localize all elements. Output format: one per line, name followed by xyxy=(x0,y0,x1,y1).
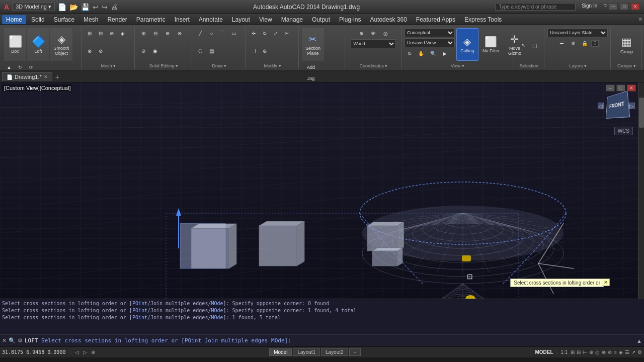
scale-btn[interactable]: ⤢ xyxy=(271,28,281,38)
command-input-field[interactable] xyxy=(293,337,634,344)
hatch-btn[interactable]: ▤ xyxy=(206,46,216,56)
section-jog-button[interactable]: Jog xyxy=(302,73,320,83)
grid-icon[interactable]: ⊞ xyxy=(571,349,575,355)
rotate-btn[interactable]: ↻ xyxy=(260,28,270,38)
layout2-tab[interactable]: Layout2 xyxy=(321,348,348,356)
selection-icon[interactable]: ↗ xyxy=(631,349,635,355)
view-showmotion-btn[interactable]: ▶ xyxy=(440,48,450,58)
mirror-btn[interactable]: ⊣ xyxy=(249,46,259,56)
mesh-btn5[interactable]: ⊗ xyxy=(85,46,95,56)
view-pan-btn[interactable]: ✋ xyxy=(416,48,427,58)
viewport[interactable]: [Custom View][Conceptual] ─ □ ✕ FRONT ◁ … xyxy=(0,82,644,299)
select-btn2[interactable]: ⬚ xyxy=(529,40,539,50)
workspace-dropdown[interactable]: 3D Modeling ▾ xyxy=(12,3,55,11)
new-icon[interactable]: 📄 xyxy=(58,3,66,11)
solid-edit-btn3[interactable]: ⊕ xyxy=(162,28,173,38)
solid-edit-btn1[interactable]: ⊞ xyxy=(138,28,149,38)
copy-btn[interactable]: ⊕ xyxy=(260,46,270,56)
search-box[interactable]: Type a keyword or phrase xyxy=(495,3,576,11)
nav-prev-btn[interactable]: ◁ xyxy=(75,349,79,355)
menu-parametric[interactable]: Parametric xyxy=(132,15,170,24)
tooltip-close-icon[interactable]: ✕ xyxy=(602,279,610,286)
save-icon[interactable]: 💾 xyxy=(81,3,90,11)
qprops-icon[interactable]: ☰ xyxy=(625,349,629,355)
navigation-cube[interactable]: FRONT ◁ ▷ xyxy=(599,87,634,123)
view-orbit-btn[interactable]: ↻ xyxy=(405,48,415,58)
mesh-btn6[interactable]: ⊘ xyxy=(96,46,106,56)
section-add-button[interactable]: Add xyxy=(302,62,320,72)
expand-icon[interactable]: ≡ xyxy=(638,16,642,23)
circle-btn[interactable]: ○ xyxy=(206,28,216,38)
model-tab[interactable]: Model xyxy=(269,348,292,356)
mesh-btn2[interactable]: ⊟ xyxy=(96,28,106,38)
poly-btn[interactable]: ⬡ xyxy=(195,46,205,56)
menu-manage[interactable]: Manage xyxy=(277,15,307,24)
menu-layout[interactable]: Layout xyxy=(228,15,254,24)
vertical-scrollbar[interactable] xyxy=(638,82,644,299)
coord-view-btn[interactable]: 👁 xyxy=(368,28,379,38)
select-btn1[interactable]: ↖ xyxy=(518,40,528,50)
line-btn[interactable]: ╱ xyxy=(195,28,205,38)
visual-style-dropdown[interactable]: Conceptual xyxy=(405,28,455,37)
snap-btn[interactable]: ⊕ xyxy=(91,349,95,355)
open-icon[interactable]: 📂 xyxy=(69,3,78,11)
ducs-icon[interactable]: ⊘ xyxy=(608,349,612,355)
sweep-button[interactable]: ⟳ xyxy=(26,62,36,72)
extrude-button[interactable]: ▲ xyxy=(4,62,14,72)
group-button[interactable]: ▦ Group xyxy=(615,29,637,62)
help-icon[interactable]: ? xyxy=(603,3,607,11)
solid-edit-btn4[interactable]: ⊗ xyxy=(174,28,185,38)
close-button[interactable]: ✕ xyxy=(631,3,640,10)
nav-next-btn[interactable]: ▷ xyxy=(83,349,87,355)
box-button[interactable]: ⬜ Box xyxy=(4,28,26,61)
smooth-object-button[interactable]: ◈ SmoothObject xyxy=(50,28,72,61)
menu-autodesk360[interactable]: Autodesk 360 xyxy=(366,15,411,24)
sign-in-button[interactable]: Sign In xyxy=(578,3,601,11)
coord-ucs-btn[interactable]: ⊕ xyxy=(356,28,367,38)
polar-icon[interactable]: ⊕ xyxy=(589,349,593,355)
minimize-button[interactable]: ─ xyxy=(609,3,618,10)
tab-close-button[interactable]: ✕ xyxy=(44,74,48,79)
new-tab-button[interactable]: + xyxy=(52,73,62,81)
undo-icon[interactable]: ↩ xyxy=(93,3,99,11)
solid-edit-btn2[interactable]: ⊟ xyxy=(150,28,161,38)
orbit-right[interactable]: ▷ xyxy=(629,103,635,109)
viewport-minimize[interactable]: ─ xyxy=(606,84,615,92)
move-btn[interactable]: ✛ xyxy=(249,28,259,38)
solid-edit-btn5[interactable]: ⊘ xyxy=(138,46,149,56)
menu-express[interactable]: Express Tools xyxy=(460,15,506,24)
otrack-icon[interactable]: ⊗ xyxy=(602,349,606,355)
transparency-icon[interactable]: ◈ xyxy=(619,349,623,355)
menu-output[interactable]: Output xyxy=(308,15,334,24)
layer-props-btn[interactable]: ☰ xyxy=(557,38,567,48)
new-layout-tab[interactable]: + xyxy=(349,348,361,356)
revolve-button[interactable]: ↻ xyxy=(15,62,25,72)
mesh-btn3[interactable]: ⊕ xyxy=(107,28,117,38)
no-filter-button[interactable]: ⬜ No Filter xyxy=(480,28,502,61)
redo-icon[interactable]: ↪ xyxy=(102,3,108,11)
view-zoom-btn[interactable]: 🔍 xyxy=(428,48,439,58)
trim-btn[interactable]: ✂ xyxy=(282,28,292,38)
lineweight-icon[interactable]: ≡ xyxy=(614,349,617,355)
scrollbar-thumb[interactable] xyxy=(639,98,644,128)
coord-origin-btn[interactable]: ◎ xyxy=(380,28,391,38)
cmd-expand-icon[interactable]: ▲ xyxy=(636,338,642,344)
osnap-icon[interactable]: ◎ xyxy=(595,349,600,355)
print-icon[interactable]: 🖨 xyxy=(111,3,118,11)
menu-insert[interactable]: Insert xyxy=(171,15,194,24)
rect-btn[interactable]: ▭ xyxy=(228,28,238,38)
menu-featured[interactable]: Featured Apps xyxy=(412,15,459,24)
menu-home[interactable]: Home xyxy=(2,15,26,24)
mesh-btn4[interactable]: ◈ xyxy=(118,28,128,38)
layer-lock-btn[interactable]: 🔒 xyxy=(579,38,590,48)
solid-edit-btn6[interactable]: ◉ xyxy=(150,46,161,56)
cube-front[interactable]: FRONT xyxy=(606,90,630,119)
layer-freeze-btn[interactable]: ❄ xyxy=(568,38,578,48)
cmd-search-icon[interactable]: 🔍 xyxy=(9,337,16,344)
document-tab[interactable]: 📄 Drawing1.* ✕ xyxy=(2,72,52,81)
cmd-close-icon[interactable]: ✕ xyxy=(2,337,7,344)
layer-state-dropdown[interactable]: Unsaved Layer State xyxy=(547,28,608,37)
view-dropdown[interactable]: World xyxy=(351,39,396,48)
snap-grid-icon[interactable]: ⊟ xyxy=(577,349,581,355)
menu-solid[interactable]: Solid xyxy=(27,15,49,24)
